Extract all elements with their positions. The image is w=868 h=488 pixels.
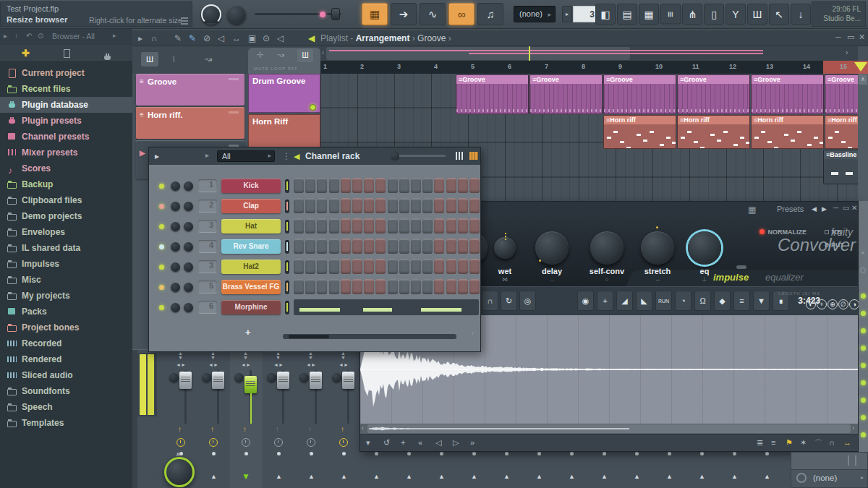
detach-arrow-icon[interactable]: ▸ bbox=[138, 33, 142, 43]
automation-clip-source-icon[interactable]: ↝ bbox=[205, 55, 212, 64]
fader-handle[interactable] bbox=[179, 372, 192, 389]
step-cell[interactable] bbox=[352, 279, 362, 294]
pattern-selector[interactable]: (none) ▸ bbox=[514, 6, 556, 22]
fx-slot-value[interactable]: (none) bbox=[813, 474, 837, 482]
step-cell[interactable] bbox=[364, 198, 374, 213]
phase-button[interactable]: ◐ bbox=[806, 299, 816, 309]
slope-tool-icon[interactable]: ⌒ bbox=[814, 438, 822, 449]
channel-rack-titlebar[interactable]: ▸ ▸ All ▸ ⋮ ◀ Channel rack bbox=[149, 147, 480, 165]
step-cell[interactable] bbox=[411, 178, 421, 193]
strip-up-arrow[interactable]: ▲ bbox=[308, 473, 315, 480]
step-cell[interactable] bbox=[375, 239, 386, 254]
swing-slide-button[interactable]: ∿ bbox=[420, 3, 446, 25]
horn-riff-clip[interactable]: ≡Horn riff bbox=[751, 115, 824, 149]
mixer-track-number[interactable]: 1 bbox=[198, 179, 217, 192]
channel-volume-knob[interactable] bbox=[184, 181, 193, 191]
channel-enable-led[interactable] bbox=[159, 224, 164, 229]
channel-mute-led[interactable] bbox=[285, 281, 289, 294]
track-play-icon[interactable]: ▶ bbox=[140, 149, 145, 157]
fader-handle[interactable] bbox=[277, 372, 289, 389]
fx-slot-led[interactable] bbox=[861, 294, 866, 299]
selection-label[interactable]: Groove bbox=[417, 33, 446, 43]
analyze-bars-button[interactable]: ≡ bbox=[733, 291, 750, 311]
strip-leftright-icon[interactable]: ◄► bbox=[176, 362, 186, 367]
step-cell[interactable] bbox=[446, 198, 456, 213]
step-cell[interactable] bbox=[399, 239, 409, 254]
step-cell[interactable] bbox=[458, 218, 468, 234]
step-cell[interactable] bbox=[364, 259, 374, 274]
channel-pan-knob[interactable] bbox=[171, 202, 180, 211]
pattern-picker-tab[interactable]: ✛ ↝ Ш MUTE LOOP PAT bbox=[248, 48, 320, 74]
loop-select-icon[interactable]: ↔ bbox=[843, 438, 851, 447]
step-cell[interactable] bbox=[364, 239, 374, 254]
eq-knob[interactable] bbox=[688, 231, 721, 265]
step-cell[interactable] bbox=[341, 239, 351, 254]
arrangement-label[interactable]: Arrangement bbox=[356, 33, 410, 43]
browser-menu-arrow[interactable]: ▸ bbox=[113, 32, 116, 39]
list-view-icon[interactable]: ≣ bbox=[757, 438, 763, 448]
prev-marker-icon[interactable]: « bbox=[418, 438, 422, 447]
close-button[interactable]: ✕ bbox=[851, 204, 857, 212]
step-cell[interactable] bbox=[341, 198, 351, 213]
step-cell[interactable] bbox=[422, 178, 433, 193]
step-cell[interactable] bbox=[364, 279, 374, 294]
step-cell[interactable] bbox=[294, 178, 304, 193]
swap-button[interactable]: ◑ bbox=[849, 299, 859, 309]
close-button[interactable]: ✕ bbox=[859, 33, 865, 42]
next-marker-icon[interactable]: » bbox=[470, 438, 475, 447]
paint-tool-icon[interactable]: ✎ bbox=[189, 33, 196, 43]
strip-leftright-icon[interactable]: ◄► bbox=[208, 362, 218, 367]
browser-item-impulses[interactable]: Impulses bbox=[0, 256, 132, 272]
step-cell[interactable] bbox=[446, 279, 456, 294]
presets-label[interactable]: Presets bbox=[777, 205, 804, 213]
step-cell[interactable] bbox=[422, 259, 433, 274]
channel-mute-led[interactable] bbox=[285, 260, 289, 274]
time-clock-button[interactable]: ◔ bbox=[675, 291, 692, 311]
browser-item-recent-files[interactable]: Recent files bbox=[0, 81, 132, 97]
step-cell[interactable] bbox=[317, 279, 327, 294]
close-icon[interactable]: ✕ bbox=[861, 250, 865, 256]
step-cell[interactable] bbox=[341, 279, 351, 294]
step-cell[interactable] bbox=[434, 198, 444, 213]
horn-riff-clip[interactable]: ≡Horn riff bbox=[677, 115, 750, 149]
browser-item-templates[interactable]: Templates bbox=[0, 415, 132, 431]
channel-volume-knob[interactable] bbox=[184, 202, 193, 211]
plugins-tab-icon[interactable] bbox=[103, 53, 112, 61]
browser-item-recorded[interactable]: Recorded bbox=[0, 335, 132, 351]
step-cell[interactable] bbox=[329, 239, 339, 254]
channel-volume-knob[interactable] bbox=[184, 262, 193, 272]
step-cell[interactable] bbox=[341, 178, 351, 193]
select-tool-icon[interactable]: ▣ bbox=[248, 33, 256, 43]
channel-pan-knob[interactable] bbox=[171, 242, 180, 252]
strip-knob[interactable] bbox=[267, 373, 276, 382]
project-browser-button[interactable]: ▯ bbox=[704, 4, 724, 25]
fx-knob-icon[interactable] bbox=[860, 267, 866, 273]
ramp-up-button[interactable]: ◢ bbox=[616, 291, 633, 311]
swing-slider[interactable] bbox=[393, 155, 446, 157]
strip-clock-icon[interactable] bbox=[307, 438, 315, 447]
strip-up-arrow[interactable]: ▲ bbox=[210, 473, 217, 480]
strip-arm-toggle[interactable]: ↑ bbox=[210, 425, 214, 433]
blur-drop-button[interactable]: ◆ bbox=[714, 291, 731, 311]
zoom-tool-icon[interactable]: ⊙ bbox=[263, 33, 270, 43]
step-cell[interactable] bbox=[352, 218, 362, 234]
browser-item-demo-projects[interactable]: Demo projects bbox=[0, 208, 132, 224]
loop-button[interactable]: ↻ bbox=[501, 291, 517, 311]
strip-up-arrow[interactable]: ▲ bbox=[373, 473, 380, 480]
detailed-settings-icon[interactable]: ▦ bbox=[748, 205, 756, 214]
step-cell[interactable] bbox=[388, 239, 398, 254]
strip-leftright-icon[interactable]: ◄► bbox=[241, 362, 251, 367]
step-cell[interactable] bbox=[352, 259, 362, 274]
zoom-button[interactable]: ◎ bbox=[519, 291, 536, 311]
browser-item-scores[interactable]: Scores bbox=[0, 160, 132, 176]
channel-volume-knob[interactable] bbox=[184, 303, 193, 312]
browser-item-clipboard-files[interactable]: Clipboard files bbox=[0, 192, 132, 208]
channel-mute-led[interactable] bbox=[285, 200, 289, 213]
step-cell[interactable] bbox=[411, 259, 421, 274]
step-cell[interactable] bbox=[375, 259, 386, 274]
mixer-master-knob[interactable] bbox=[164, 457, 195, 487]
channel-name-button[interactable]: Hat bbox=[221, 219, 281, 234]
strip-knob[interactable] bbox=[202, 373, 211, 382]
step-cell[interactable] bbox=[399, 259, 409, 274]
fader-handle[interactable] bbox=[212, 372, 224, 389]
